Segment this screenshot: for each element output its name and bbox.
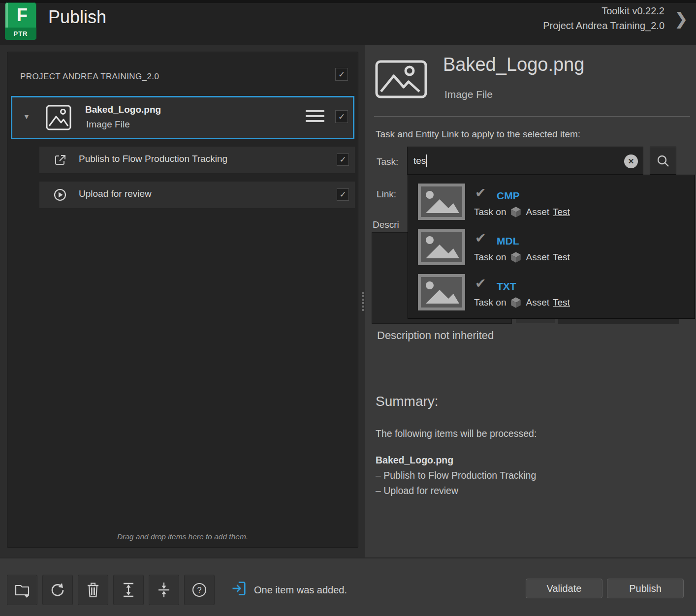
check-icon: ✔ (475, 230, 486, 246)
search-button[interactable] (650, 147, 676, 175)
divider (374, 116, 690, 117)
clear-icon: ✕ (628, 157, 634, 166)
collapse-all-button[interactable] (149, 575, 179, 605)
plugin-label: Publish to Flow Production Tracking (79, 154, 227, 164)
folder-plus-icon (13, 582, 31, 598)
task-result-cmp[interactable]: ✔ CMP Task on Asset Test (408, 180, 695, 224)
task-search-input[interactable]: tes ✕ (407, 147, 643, 175)
panel-splitter-handle[interactable] (361, 292, 365, 313)
project-group-checkbox[interactable]: ✓ (335, 68, 348, 81)
hamburger-menu-icon[interactable] (306, 110, 324, 125)
task-result-txt[interactable]: ✔ TXT Task on Asset Test (408, 271, 695, 315)
svg-text:?: ? (197, 586, 202, 594)
task-name: MDL (497, 235, 519, 247)
logo-badge: PTR (5, 28, 36, 40)
task-search-results-dropdown: ✔ CMP Task on Asset Test (408, 175, 695, 319)
task-on-text: Task on (474, 207, 506, 217)
external-link-icon (53, 153, 67, 169)
entity-type: Asset (526, 207, 549, 217)
search-icon (656, 154, 670, 168)
check-icon: ✓ (338, 69, 345, 80)
task-thumbnail (418, 229, 465, 265)
task-entity-line: Task on Asset Test (474, 206, 570, 218)
left-column: PROJECT ANDREA TRAINING_2.0 ✓ ▼ Baked_Lo… (0, 45, 365, 557)
window-edge (0, 0, 696, 3)
summary-line: – Upload for review (376, 485, 458, 496)
entity-link[interactable]: Test (553, 297, 570, 308)
description-note: Description not inherited (377, 327, 495, 344)
item-checkbox[interactable]: ✓ (335, 110, 348, 123)
collapse-vertical-icon (156, 582, 172, 598)
plugin-row-publish[interactable]: Publish to Flow Production Tracking ✓ (39, 147, 355, 173)
entity-link[interactable]: Test (553, 252, 570, 263)
detail-title: Baked_Logo.png (443, 54, 584, 75)
plugin-checkbox[interactable]: ✓ (337, 154, 349, 166)
item-name: Baked_Logo.png (85, 104, 161, 115)
task-entity-section-label: Task and Entity Link to apply to the sel… (376, 129, 580, 140)
check-icon: ✔ (475, 276, 486, 291)
detail-image-file-icon (375, 60, 427, 100)
task-entity-line: Task on Asset Test (474, 251, 570, 264)
item-type: Image File (86, 119, 130, 130)
task-on-text: Task on (474, 252, 506, 263)
check-icon: ✓ (339, 154, 346, 165)
cube-icon (509, 251, 522, 264)
refresh-button[interactable] (42, 575, 73, 605)
page-title: Publish (48, 7, 106, 28)
project-context: Project Andrea Training_2.0 (543, 18, 664, 33)
summary-line: – Publish to Flow Production Tracking (376, 470, 536, 481)
check-icon: ✔ (475, 185, 486, 201)
description-field-label: Descri (373, 219, 399, 230)
check-icon: ✓ (338, 112, 345, 122)
task-thumbnail (418, 274, 465, 310)
tree-item-baked-logo[interactable]: ▼ Baked_Logo.png Image File ✓ (11, 96, 354, 139)
task-result-mdl[interactable]: ✔ MDL Task on Asset Test (408, 225, 695, 270)
cube-icon (509, 296, 522, 309)
title-bar: F PTR Publish Toolkit v0.22.2 Project An… (0, 0, 696, 45)
entity-type: Asset (526, 252, 549, 263)
cube-icon (509, 206, 522, 218)
refresh-icon (49, 582, 66, 598)
plugin-checkbox[interactable]: ✓ (337, 188, 349, 201)
plugin-row-upload[interactable]: Upload for review ✓ (39, 182, 355, 208)
summary-title: Summary: (376, 394, 439, 409)
logo-letter: F (8, 3, 36, 27)
trash-icon (85, 582, 101, 598)
task-field-label: Task: (377, 156, 398, 167)
summary-intro: The following items will be processed: (376, 428, 537, 439)
expand-all-button[interactable] (113, 575, 144, 605)
task-thumbnail (418, 184, 465, 220)
task-name: TXT (497, 280, 516, 292)
validate-button[interactable]: Validate (526, 579, 602, 598)
context-info: Toolkit v0.22.2 Project Andrea Training_… (543, 3, 664, 33)
publish-button[interactable]: Publish (607, 579, 684, 598)
help-button[interactable]: ? (184, 575, 215, 605)
check-icon: ✓ (339, 189, 346, 200)
task-name: CMP (497, 190, 520, 202)
toolkit-version: Toolkit v0.22.2 (543, 3, 664, 18)
clear-input-button[interactable]: ✕ (624, 154, 638, 168)
summary-item-name: Baked_Logo.png (376, 455, 453, 466)
play-circle-icon (53, 188, 67, 204)
image-file-icon (46, 105, 71, 132)
status-message: One item was added. (254, 585, 347, 596)
entity-type: Asset (526, 297, 549, 308)
chevron-right-icon[interactable]: ❯ (674, 9, 689, 29)
plugin-label: Upload for review (79, 188, 152, 199)
expand-caret-icon[interactable]: ▼ (23, 113, 30, 121)
items-tree-panel[interactable]: PROJECT ANDREA TRAINING_2.0 ✓ ▼ Baked_Lo… (7, 52, 358, 548)
item-added-icon (230, 580, 248, 599)
entity-link[interactable]: Test (553, 207, 570, 217)
detail-subtitle: Image File (444, 89, 493, 100)
footer-bar: ? One item was added. Validate Publish (0, 557, 696, 616)
link-field-label: Link: (377, 189, 396, 200)
task-on-text: Task on (474, 297, 506, 308)
project-group-label: PROJECT ANDREA TRAINING_2.0 (20, 72, 159, 82)
delete-items-button[interactable] (78, 575, 108, 605)
task-input-value: tes (413, 155, 426, 166)
expand-vertical-icon (120, 582, 137, 598)
task-entity-line: Task on Asset Test (474, 296, 570, 309)
browse-files-button[interactable] (7, 575, 37, 605)
flow-production-tracking-logo: F PTR (5, 2, 36, 40)
help-icon: ? (191, 582, 208, 598)
